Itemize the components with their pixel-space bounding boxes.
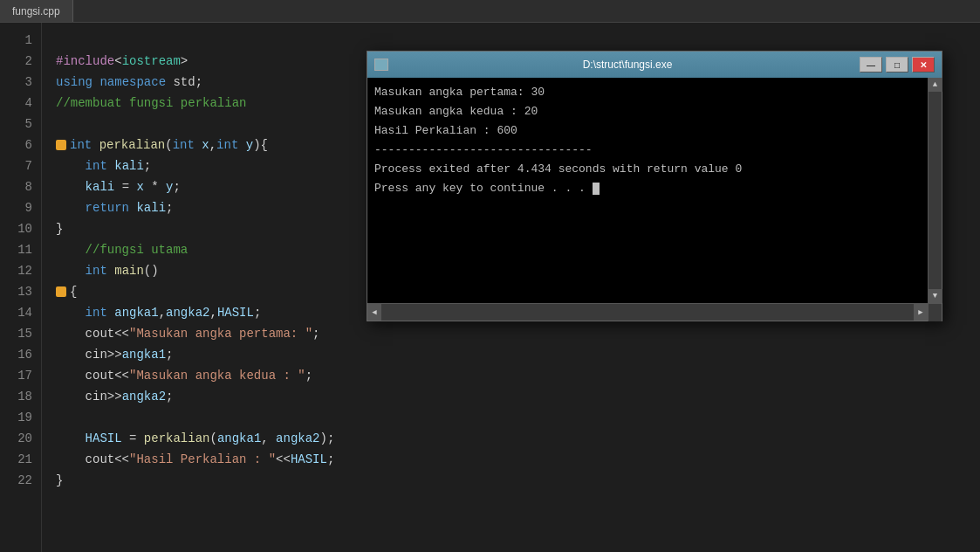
tab-fungsi-cpp[interactable]: fungsi.cpp [0, 0, 73, 22]
console-close-button[interactable]: ✕ [912, 57, 935, 72]
console-window-buttons: — □ ✕ [860, 57, 935, 72]
console-titlebar: D:\struct\fungsi.exe — □ ✕ [367, 52, 942, 78]
tab-label: fungsi.cpp [12, 5, 60, 17]
console-vertical-scrollbar[interactable]: ▲ ▼ [928, 78, 942, 303]
console-minimize-button[interactable]: — [860, 57, 882, 72]
console-content-area: Masukan angka pertama: 30 Masukan angka … [367, 78, 942, 303]
console-title: D:\struct\fungsi.exe [395, 59, 860, 71]
breakpoint-12 [56, 286, 66, 297]
scroll-right-arrow[interactable]: ▶ [914, 304, 928, 321]
console-window-icon [374, 59, 388, 71]
breakpoint-5 [56, 140, 66, 150]
editor-area: 1 2 3 4 5 6 7 8 9 10 11 12 13 14 15 16 1… [0, 23, 980, 552]
cursor [593, 183, 600, 195]
console-line-3: Hasil Perkalian : 600 [374, 121, 921, 141]
line-numbers: 1 2 3 4 5 6 7 8 9 10 11 12 13 14 15 16 1… [0, 23, 42, 552]
console-bottom-bar: ◀ ▶ [367, 303, 942, 321]
scroll-down-arrow[interactable]: ▼ [929, 289, 942, 303]
scroll-left-arrow[interactable]: ◀ [367, 304, 381, 321]
console-output: Masukan angka pertama: 30 Masukan angka … [367, 78, 928, 303]
console-line-6: Press any key to continue . . . [374, 179, 921, 198]
console-line-1: Masukan angka pertama: 30 [374, 83, 921, 102]
console-line-2: Masukan angka kedua : 20 [374, 102, 921, 121]
scroll-track[interactable] [929, 92, 942, 289]
resize-corner [928, 304, 942, 321]
h-scroll-track[interactable] [381, 304, 914, 321]
console-window: D:\struct\fungsi.exe — □ ✕ Masukan angka… [367, 51, 942, 321]
tab-bar: fungsi.cpp [0, 0, 980, 23]
console-maximize-button[interactable]: □ [886, 57, 908, 72]
console-line-4: -------------------------------- [374, 141, 921, 160]
console-line-5: Process exited after 4.434 seconds with … [374, 160, 921, 179]
scroll-up-arrow[interactable]: ▲ [929, 78, 942, 92]
